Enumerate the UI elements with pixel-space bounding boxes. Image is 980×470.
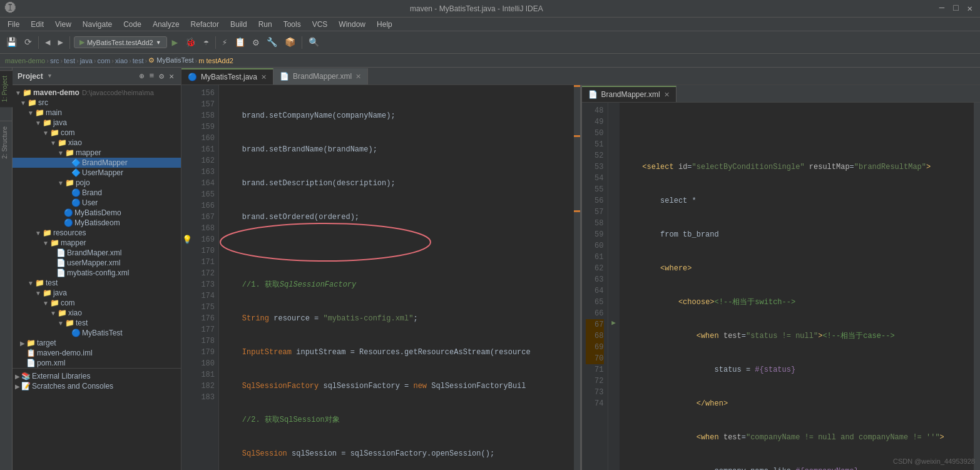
tree-item-java2[interactable]: ▼ 📁 java	[13, 288, 181, 298]
sidebar-dropdown[interactable]: ▼	[48, 73, 51, 79]
synchronize-btn[interactable]: ⟳	[22, 36, 34, 49]
menu-window[interactable]: Window	[334, 19, 370, 30]
tree-item-maven-demo[interactable]: ▼ 📁 maven-demo D:\javaccode\heima\ma	[13, 88, 181, 98]
collapse-all-btn[interactable]: ≡	[148, 71, 156, 82]
tree-item-mapper[interactable]: ▼ 📁 mapper	[13, 148, 181, 158]
debug-btn[interactable]: 🐞	[183, 36, 198, 49]
tree-item-src[interactable]: ▼ 📁 src	[13, 98, 181, 108]
tab-mybatistest[interactable]: 🔵 MyBatisTest.java ✕	[181, 68, 273, 84]
menu-navigate[interactable]: Navigate	[78, 19, 117, 30]
project-tab[interactable]: 1: Project	[0, 70, 13, 107]
tree-item-xiao2[interactable]: ▼ 📁 xiao	[13, 308, 181, 318]
run-btn[interactable]: ▶	[170, 35, 181, 50]
tree-item-java[interactable]: ▼ 📁 java	[13, 118, 181, 128]
toolbar-btn5[interactable]: ⚡	[220, 36, 230, 49]
bc-xiao[interactable]: xiao	[115, 57, 128, 64]
save-all-btn[interactable]: 💾	[4, 36, 19, 49]
close-sidebar-btn[interactable]: ✕	[167, 71, 176, 82]
menu-analyze[interactable]: Analyze	[148, 19, 185, 30]
tree-item-mybatisdeom[interactable]: ▶ 🔵 MyBatisdeom	[13, 218, 181, 228]
xml-editor-pane: 📄 BrandMapper.xml ✕ 4849505152 535455565…	[580, 85, 981, 470]
tab-close-mybatistest[interactable]: ✕	[261, 73, 267, 81]
menu-build[interactable]: Build	[225, 19, 252, 30]
bc-test2[interactable]: test	[133, 57, 144, 64]
bc-class[interactable]: ⚙ MyBatisTest	[148, 56, 193, 64]
tree-item-test[interactable]: ▼ 📁 test	[13, 278, 181, 288]
tree-item-com2[interactable]: ▼ 📁 com	[13, 298, 181, 308]
tree-item-usermapper[interactable]: ▶ 🔷 UserMapper	[13, 168, 181, 178]
java-code-content[interactable]: brand.setCompanyName(companyName); brand…	[219, 85, 574, 470]
coverage-btn[interactable]: ☂	[201, 36, 211, 49]
xml-line-50: select *	[625, 195, 969, 207]
toolbar-btn9[interactable]: 📦	[282, 36, 298, 49]
structure-tab[interactable]: 2: Structure	[0, 121, 13, 164]
maximize-btn[interactable]: □	[951, 3, 961, 14]
tree-item-mybatisdemo[interactable]: ▶ 🔵 MyBatisDemo	[13, 208, 181, 218]
tree-item-main[interactable]: ▼ 📁 main	[13, 108, 181, 118]
xml-line-49: <select id="selectByConditionSingle" res…	[625, 161, 969, 173]
settings-btn[interactable]: ⚙	[157, 71, 166, 82]
tree-item-iml[interactable]: ▶ 📋 maven-demo.iml	[13, 348, 181, 358]
bc-project[interactable]: maven-demo	[5, 57, 45, 64]
menu-vcs[interactable]: VCS	[307, 19, 333, 30]
java-code-editor[interactable]: 💡 156157158159 160161162163 164165166167…	[181, 85, 580, 470]
toolbar-btn8[interactable]: 🔧	[264, 36, 280, 49]
maven-icon: 📁	[23, 88, 32, 97]
menu-edit[interactable]: Edit	[26, 19, 49, 30]
code-line-166: SqlSession sqlSession = sqlSessionFactor…	[224, 448, 569, 459]
run-config-selector[interactable]: ▶ MyBatisTest.testAdd2 ▼	[74, 36, 167, 48]
bc-java[interactable]: java	[80, 57, 93, 64]
tree-item-usermapper-xml[interactable]: ▶ 📄 userMapper.xml	[13, 258, 181, 268]
bc-method[interactable]: m testAdd2	[198, 57, 233, 64]
tree-item-brandmapper[interactable]: ▶ 🔷 BrandMapper	[13, 158, 181, 168]
tree-item-pom[interactable]: ▶ 📄 pom.xml	[13, 358, 181, 368]
toolbar-btn7[interactable]: ⚙	[250, 35, 262, 50]
bc-test[interactable]: test	[64, 57, 75, 64]
tab-close-brandmapper[interactable]: ✕	[355, 73, 361, 81]
tree-item-brandmaper-xml[interactable]: ▶ 📄 BrandMaper.xml	[13, 248, 181, 258]
sidebar-header: Project ▼ ⊕ ≡ ⚙ ✕	[13, 68, 181, 85]
tree-item-resources[interactable]: ▼ 📁 resources	[13, 228, 181, 238]
menu-help[interactable]: Help	[372, 19, 397, 30]
tab-brandmapper-xml[interactable]: 📄 BrandMapper.xml ✕	[582, 86, 676, 102]
back-btn[interactable]: ◀	[43, 36, 53, 49]
tree-item-xiao[interactable]: ▼ 📁 xiao	[13, 138, 181, 148]
tree-item-brand-class[interactable]: ▶ 🔵 Brand	[13, 188, 181, 198]
bc-com[interactable]: com	[97, 57, 110, 64]
bc-src[interactable]: src	[50, 57, 59, 64]
lightbulb-icon[interactable]: 💡	[182, 234, 192, 245]
menu-refactor[interactable]: Refactor	[186, 19, 224, 30]
run-config-label: MyBatisTest.testAdd2	[87, 39, 153, 46]
tree-item-mybatistest[interactable]: ▶ 🔵 MyBatisTest	[13, 328, 181, 338]
close-btn[interactable]: ✕	[965, 3, 975, 14]
xml-code-editor[interactable]: 4849505152 5354555657 5859606162 6364656…	[582, 103, 981, 470]
xml-fold-icon[interactable]: ▶	[611, 317, 616, 328]
search-everywhere-btn[interactable]: 🔍	[306, 36, 322, 49]
java-scrollbar[interactable]	[574, 85, 580, 470]
tab-close-xml[interactable]: ✕	[664, 91, 670, 99]
run-config-dropdown[interactable]: ▼	[156, 39, 161, 46]
menu-code[interactable]: Code	[118, 19, 146, 30]
xml-line-54: <when test="status != null"><!--相当于case-…	[625, 330, 969, 342]
xml-scrollbar[interactable]	[974, 103, 980, 470]
tree-item-pojo[interactable]: ▼ 📁 pojo	[13, 178, 181, 188]
tree-item-com[interactable]: ▼ 📁 com	[13, 128, 181, 138]
tree-item-target[interactable]: ▶ 📁 target	[13, 338, 181, 348]
tree-item-ext-libs[interactable]: ▶ 📚 External Libraries	[13, 371, 181, 381]
main-area: 1: Project 2: Structure Project ▼ ⊕ ≡ ⚙ …	[0, 68, 980, 470]
menu-view[interactable]: View	[50, 19, 76, 30]
menu-file[interactable]: File	[3, 19, 24, 30]
tree-item-mapper2[interactable]: ▼ 📁 mapper	[13, 238, 181, 248]
tree-item-scratches[interactable]: ▶ 📝 Scratches and Consoles	[13, 381, 181, 391]
locate-file-btn[interactable]: ⊕	[138, 71, 146, 82]
tab-brandmapper[interactable]: 📄 BrandMapper.xml ✕	[273, 68, 368, 84]
tree-item-user-class[interactable]: ▶ 🔵 User	[13, 198, 181, 208]
minimize-btn[interactable]: ─	[937, 3, 947, 14]
toolbar-btn6[interactable]: 📋	[232, 36, 248, 49]
forward-btn[interactable]: ▶	[55, 36, 65, 49]
menu-run[interactable]: Run	[253, 19, 277, 30]
tree-item-mybatis-config[interactable]: ▶ 📄 mybatis-config.xml	[13, 268, 181, 278]
tree-item-test2[interactable]: ▼ 📁 test	[13, 318, 181, 328]
menu-tools[interactable]: Tools	[278, 19, 306, 30]
xml-code-content[interactable]: <select id="selectByConditionSingle" res…	[620, 103, 974, 470]
